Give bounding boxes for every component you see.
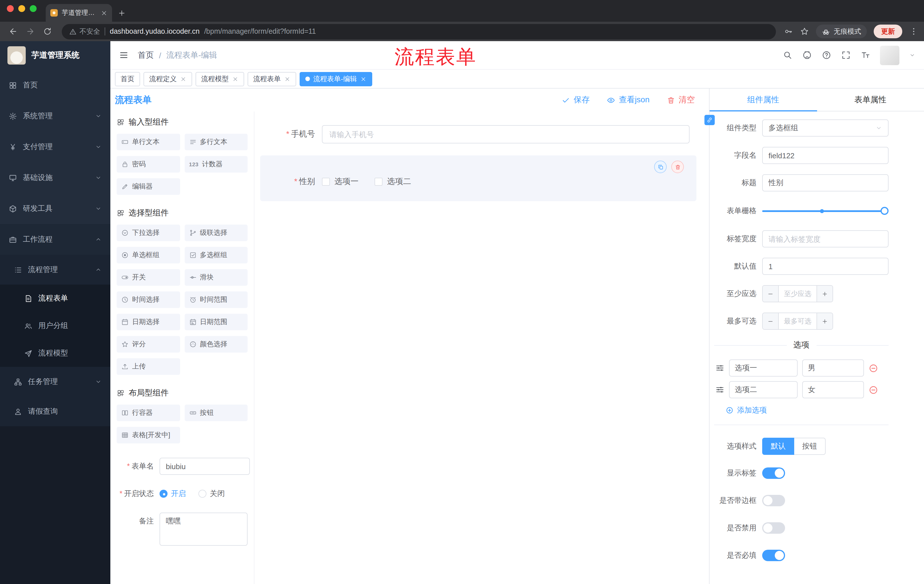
drag-handle-icon[interactable] <box>715 364 724 373</box>
tag-home[interactable]: 首页 <box>115 72 140 86</box>
remark-textarea[interactable]: 嘿嘿 <box>160 513 248 546</box>
chip-upload[interactable]: 上传 <box>117 358 180 375</box>
close-icon[interactable] <box>360 76 366 82</box>
required-toggle[interactable] <box>762 550 785 561</box>
option-label-input[interactable] <box>729 381 798 398</box>
gender-option1-checkbox[interactable]: 选项一 <box>322 176 358 187</box>
stepper-plus-button[interactable] <box>817 313 833 329</box>
sidebar-item-task-mgmt[interactable]: 任务管理 <box>0 367 111 396</box>
style-button-button[interactable]: 按钮 <box>794 438 826 455</box>
chip-color-picker[interactable]: 颜色选择 <box>185 336 248 352</box>
collapse-menu-icon[interactable] <box>119 50 129 60</box>
sidebar-item-infra[interactable]: 基础设施 <box>0 162 111 193</box>
new-tab-button[interactable] <box>118 9 126 17</box>
reload-button[interactable] <box>40 24 55 39</box>
option-label-input[interactable] <box>729 359 798 377</box>
chip-counter[interactable]: 123计数器 <box>185 156 248 173</box>
bookmark-star-icon[interactable] <box>800 27 809 36</box>
tag-process-model[interactable]: 流程模型 <box>196 72 244 86</box>
sidebar-item-payment[interactable]: 支付管理 <box>0 132 111 162</box>
sidebar-item-system[interactable]: 系统管理 <box>0 100 111 132</box>
default-value-input[interactable] <box>762 258 889 275</box>
tag-process-form-edit[interactable]: 流程表单-编辑 <box>300 72 372 86</box>
save-button[interactable]: 保存 <box>562 95 590 105</box>
border-toggle[interactable] <box>762 495 785 506</box>
github-icon[interactable] <box>802 50 812 60</box>
password-key-icon[interactable] <box>784 27 793 36</box>
tag-process-form[interactable]: 流程表单 <box>248 72 296 86</box>
chip-switch[interactable]: 开关 <box>117 269 180 286</box>
chip-cascader[interactable]: 级联选择 <box>185 225 248 241</box>
minimize-window-button[interactable] <box>18 5 25 12</box>
sidebar-item-leave-query[interactable]: 请假查询 <box>0 396 111 426</box>
browser-menu-icon[interactable] <box>909 27 918 36</box>
sidebar-item-user-group[interactable]: 用户分组 <box>0 312 111 339</box>
back-button[interactable] <box>6 24 21 39</box>
label-width-input[interactable] <box>762 230 889 247</box>
max-select-value[interactable]: 最多可选 <box>779 313 817 329</box>
user-avatar[interactable] <box>880 45 899 65</box>
chip-multi-line-text[interactable]: 多行文本 <box>185 134 248 150</box>
show-label-toggle[interactable] <box>762 467 785 479</box>
sidebar-item-devtools[interactable]: 研发工具 <box>0 193 111 224</box>
title-input[interactable] <box>762 174 889 191</box>
chip-password[interactable]: 密码 <box>117 156 180 173</box>
option-value-input[interactable] <box>802 359 864 377</box>
user-menu-caret-icon[interactable] <box>909 52 916 58</box>
sidebar-item-process-mgmt[interactable]: 流程管理 <box>0 255 111 285</box>
slider-handle[interactable] <box>881 207 889 215</box>
option-value-input[interactable] <box>802 381 864 398</box>
add-option-button[interactable]: 添加选项 <box>726 405 889 415</box>
remove-option-button[interactable] <box>868 363 878 373</box>
chip-table[interactable]: 表格[开发中] <box>117 427 180 443</box>
forward-button[interactable] <box>23 24 38 39</box>
fullscreen-icon[interactable] <box>841 50 851 60</box>
stepper-minus-button[interactable] <box>763 313 779 329</box>
security-indicator[interactable]: 不安全 <box>69 26 100 36</box>
selected-gender-field[interactable]: 性别 选项一 选项二 <box>260 155 696 201</box>
chip-editor[interactable]: 编辑器 <box>117 178 180 195</box>
close-icon[interactable] <box>180 76 186 82</box>
status-on-radio[interactable]: 开启 <box>160 489 186 499</box>
copy-field-button[interactable] <box>654 161 667 173</box>
sidebar-item-workflow[interactable]: 工作流程 <box>0 224 111 255</box>
sidebar-item-process-form[interactable]: 流程表单 <box>0 285 111 312</box>
min-select-value[interactable]: 至少应选 <box>779 286 817 302</box>
chip-button[interactable]: 按钮 <box>185 405 248 421</box>
chip-single-line-text[interactable]: 单行文本 <box>117 134 180 150</box>
close-window-button[interactable] <box>7 5 14 12</box>
stepper-plus-button[interactable] <box>817 286 833 302</box>
chip-date-picker[interactable]: 日期选择 <box>117 314 180 330</box>
sidebar-item-home[interactable]: 首页 <box>0 70 111 100</box>
zoom-window-button[interactable] <box>30 5 36 12</box>
phone-input[interactable] <box>322 125 690 143</box>
component-type-select[interactable]: 多选框组 <box>762 119 889 137</box>
disabled-toggle[interactable] <box>762 522 785 534</box>
address-bar[interactable]: 不安全 dashboard.yudao.iocoder.cn/bpm/manag… <box>62 24 776 39</box>
tab-component-props[interactable]: 组件属性 <box>710 89 817 111</box>
chip-radio-group[interactable]: 单选框组 <box>117 247 180 263</box>
breadcrumb-home[interactable]: 首页 <box>138 50 154 60</box>
clear-button[interactable]: 清空 <box>667 95 695 105</box>
sidebar-item-process-model[interactable]: 流程模型 <box>0 339 111 367</box>
chip-select[interactable]: 下拉选择 <box>117 225 180 241</box>
style-default-button[interactable]: 默认 <box>762 438 794 455</box>
field-name-input[interactable] <box>762 147 889 164</box>
update-button[interactable]: 更新 <box>874 25 902 38</box>
tag-process-definition[interactable]: 流程定义 <box>144 72 192 86</box>
status-off-radio[interactable]: 关闭 <box>198 489 225 499</box>
close-icon[interactable] <box>232 76 238 82</box>
font-size-icon[interactable] <box>861 50 870 60</box>
drag-handle-icon[interactable] <box>715 385 724 394</box>
chip-row-container[interactable]: 行容器 <box>117 405 180 421</box>
tab-form-props[interactable]: 表单属性 <box>817 89 924 111</box>
delete-field-button[interactable] <box>671 161 684 173</box>
form-canvas[interactable]: 手机号 性别 <box>254 112 709 584</box>
tab-close-icon[interactable] <box>101 10 107 16</box>
chip-date-range[interactable]: 日期范围 <box>185 314 248 330</box>
phone-field-row[interactable]: 手机号 <box>260 120 696 148</box>
view-json-button[interactable]: 查看json <box>607 95 650 105</box>
search-icon[interactable] <box>783 50 792 60</box>
stepper-minus-button[interactable] <box>763 286 779 302</box>
browser-tab[interactable]: 芋道管理系统 <box>46 4 112 22</box>
